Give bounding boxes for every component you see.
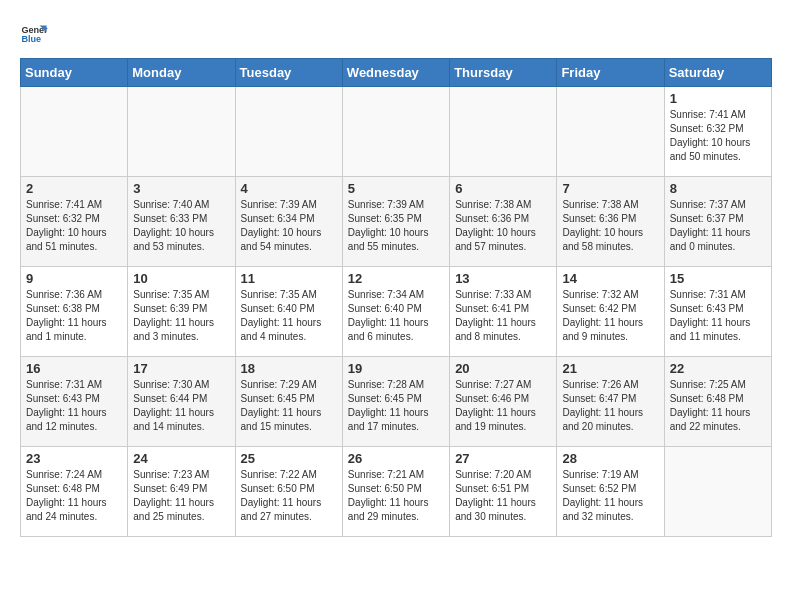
- day-number: 10: [133, 271, 229, 286]
- day-info: Sunrise: 7:32 AM Sunset: 6:42 PM Dayligh…: [562, 288, 658, 344]
- calendar-cell: 19Sunrise: 7:28 AM Sunset: 6:45 PM Dayli…: [342, 357, 449, 447]
- day-number: 1: [670, 91, 766, 106]
- day-info: Sunrise: 7:38 AM Sunset: 6:36 PM Dayligh…: [562, 198, 658, 254]
- calendar-cell: 21Sunrise: 7:26 AM Sunset: 6:47 PM Dayli…: [557, 357, 664, 447]
- logo-icon: General Blue: [20, 20, 48, 48]
- calendar-cell: 12Sunrise: 7:34 AM Sunset: 6:40 PM Dayli…: [342, 267, 449, 357]
- calendar-cell: 20Sunrise: 7:27 AM Sunset: 6:46 PM Dayli…: [450, 357, 557, 447]
- calendar-cell: [21, 87, 128, 177]
- day-info: Sunrise: 7:39 AM Sunset: 6:35 PM Dayligh…: [348, 198, 444, 254]
- day-number: 11: [241, 271, 337, 286]
- day-header-friday: Friday: [557, 59, 664, 87]
- day-info: Sunrise: 7:33 AM Sunset: 6:41 PM Dayligh…: [455, 288, 551, 344]
- day-number: 23: [26, 451, 122, 466]
- day-header-sunday: Sunday: [21, 59, 128, 87]
- day-number: 25: [241, 451, 337, 466]
- calendar-cell: [342, 87, 449, 177]
- day-number: 20: [455, 361, 551, 376]
- calendar-cell: 26Sunrise: 7:21 AM Sunset: 6:50 PM Dayli…: [342, 447, 449, 537]
- calendar-cell: [235, 87, 342, 177]
- calendar-week-row: 23Sunrise: 7:24 AM Sunset: 6:48 PM Dayli…: [21, 447, 772, 537]
- day-info: Sunrise: 7:35 AM Sunset: 6:40 PM Dayligh…: [241, 288, 337, 344]
- calendar-cell: 6Sunrise: 7:38 AM Sunset: 6:36 PM Daylig…: [450, 177, 557, 267]
- day-info: Sunrise: 7:22 AM Sunset: 6:50 PM Dayligh…: [241, 468, 337, 524]
- day-number: 8: [670, 181, 766, 196]
- day-number: 4: [241, 181, 337, 196]
- day-number: 15: [670, 271, 766, 286]
- page-header: General Blue: [20, 20, 772, 48]
- day-header-tuesday: Tuesday: [235, 59, 342, 87]
- day-info: Sunrise: 7:20 AM Sunset: 6:51 PM Dayligh…: [455, 468, 551, 524]
- day-number: 21: [562, 361, 658, 376]
- day-number: 9: [26, 271, 122, 286]
- calendar-cell: [664, 447, 771, 537]
- calendar-cell: [128, 87, 235, 177]
- calendar-week-row: 1Sunrise: 7:41 AM Sunset: 6:32 PM Daylig…: [21, 87, 772, 177]
- day-info: Sunrise: 7:40 AM Sunset: 6:33 PM Dayligh…: [133, 198, 229, 254]
- day-info: Sunrise: 7:38 AM Sunset: 6:36 PM Dayligh…: [455, 198, 551, 254]
- calendar-cell: 23Sunrise: 7:24 AM Sunset: 6:48 PM Dayli…: [21, 447, 128, 537]
- calendar-cell: 22Sunrise: 7:25 AM Sunset: 6:48 PM Dayli…: [664, 357, 771, 447]
- calendar-cell: 1Sunrise: 7:41 AM Sunset: 6:32 PM Daylig…: [664, 87, 771, 177]
- day-number: 27: [455, 451, 551, 466]
- day-info: Sunrise: 7:34 AM Sunset: 6:40 PM Dayligh…: [348, 288, 444, 344]
- calendar-week-row: 9Sunrise: 7:36 AM Sunset: 6:38 PM Daylig…: [21, 267, 772, 357]
- day-info: Sunrise: 7:37 AM Sunset: 6:37 PM Dayligh…: [670, 198, 766, 254]
- calendar-cell: [450, 87, 557, 177]
- day-number: 16: [26, 361, 122, 376]
- calendar-cell: 25Sunrise: 7:22 AM Sunset: 6:50 PM Dayli…: [235, 447, 342, 537]
- calendar-cell: 3Sunrise: 7:40 AM Sunset: 6:33 PM Daylig…: [128, 177, 235, 267]
- day-number: 7: [562, 181, 658, 196]
- day-info: Sunrise: 7:36 AM Sunset: 6:38 PM Dayligh…: [26, 288, 122, 344]
- calendar-cell: 27Sunrise: 7:20 AM Sunset: 6:51 PM Dayli…: [450, 447, 557, 537]
- day-info: Sunrise: 7:35 AM Sunset: 6:39 PM Dayligh…: [133, 288, 229, 344]
- day-number: 17: [133, 361, 229, 376]
- day-info: Sunrise: 7:41 AM Sunset: 6:32 PM Dayligh…: [26, 198, 122, 254]
- day-header-saturday: Saturday: [664, 59, 771, 87]
- calendar-cell: 18Sunrise: 7:29 AM Sunset: 6:45 PM Dayli…: [235, 357, 342, 447]
- day-info: Sunrise: 7:31 AM Sunset: 6:43 PM Dayligh…: [26, 378, 122, 434]
- day-info: Sunrise: 7:19 AM Sunset: 6:52 PM Dayligh…: [562, 468, 658, 524]
- day-header-monday: Monday: [128, 59, 235, 87]
- day-info: Sunrise: 7:24 AM Sunset: 6:48 PM Dayligh…: [26, 468, 122, 524]
- day-info: Sunrise: 7:39 AM Sunset: 6:34 PM Dayligh…: [241, 198, 337, 254]
- calendar-cell: 10Sunrise: 7:35 AM Sunset: 6:39 PM Dayli…: [128, 267, 235, 357]
- calendar-cell: 28Sunrise: 7:19 AM Sunset: 6:52 PM Dayli…: [557, 447, 664, 537]
- day-info: Sunrise: 7:30 AM Sunset: 6:44 PM Dayligh…: [133, 378, 229, 434]
- day-info: Sunrise: 7:25 AM Sunset: 6:48 PM Dayligh…: [670, 378, 766, 434]
- day-number: 12: [348, 271, 444, 286]
- calendar-cell: 13Sunrise: 7:33 AM Sunset: 6:41 PM Dayli…: [450, 267, 557, 357]
- calendar-cell: 15Sunrise: 7:31 AM Sunset: 6:43 PM Dayli…: [664, 267, 771, 357]
- calendar-cell: 9Sunrise: 7:36 AM Sunset: 6:38 PM Daylig…: [21, 267, 128, 357]
- day-number: 24: [133, 451, 229, 466]
- day-info: Sunrise: 7:23 AM Sunset: 6:49 PM Dayligh…: [133, 468, 229, 524]
- day-number: 19: [348, 361, 444, 376]
- day-number: 13: [455, 271, 551, 286]
- calendar-header-row: SundayMondayTuesdayWednesdayThursdayFrid…: [21, 59, 772, 87]
- day-number: 5: [348, 181, 444, 196]
- calendar-cell: 2Sunrise: 7:41 AM Sunset: 6:32 PM Daylig…: [21, 177, 128, 267]
- day-info: Sunrise: 7:41 AM Sunset: 6:32 PM Dayligh…: [670, 108, 766, 164]
- calendar-cell: 11Sunrise: 7:35 AM Sunset: 6:40 PM Dayli…: [235, 267, 342, 357]
- day-number: 14: [562, 271, 658, 286]
- calendar-cell: 14Sunrise: 7:32 AM Sunset: 6:42 PM Dayli…: [557, 267, 664, 357]
- svg-text:Blue: Blue: [21, 34, 41, 44]
- day-number: 18: [241, 361, 337, 376]
- day-number: 28: [562, 451, 658, 466]
- day-info: Sunrise: 7:31 AM Sunset: 6:43 PM Dayligh…: [670, 288, 766, 344]
- calendar-cell: 8Sunrise: 7:37 AM Sunset: 6:37 PM Daylig…: [664, 177, 771, 267]
- day-header-wednesday: Wednesday: [342, 59, 449, 87]
- day-info: Sunrise: 7:28 AM Sunset: 6:45 PM Dayligh…: [348, 378, 444, 434]
- day-info: Sunrise: 7:21 AM Sunset: 6:50 PM Dayligh…: [348, 468, 444, 524]
- day-number: 6: [455, 181, 551, 196]
- day-info: Sunrise: 7:29 AM Sunset: 6:45 PM Dayligh…: [241, 378, 337, 434]
- calendar-week-row: 2Sunrise: 7:41 AM Sunset: 6:32 PM Daylig…: [21, 177, 772, 267]
- day-number: 26: [348, 451, 444, 466]
- day-info: Sunrise: 7:27 AM Sunset: 6:46 PM Dayligh…: [455, 378, 551, 434]
- day-number: 2: [26, 181, 122, 196]
- calendar-table: SundayMondayTuesdayWednesdayThursdayFrid…: [20, 58, 772, 537]
- calendar-week-row: 16Sunrise: 7:31 AM Sunset: 6:43 PM Dayli…: [21, 357, 772, 447]
- calendar-cell: 4Sunrise: 7:39 AM Sunset: 6:34 PM Daylig…: [235, 177, 342, 267]
- calendar-cell: 17Sunrise: 7:30 AM Sunset: 6:44 PM Dayli…: [128, 357, 235, 447]
- calendar-cell: 16Sunrise: 7:31 AM Sunset: 6:43 PM Dayli…: [21, 357, 128, 447]
